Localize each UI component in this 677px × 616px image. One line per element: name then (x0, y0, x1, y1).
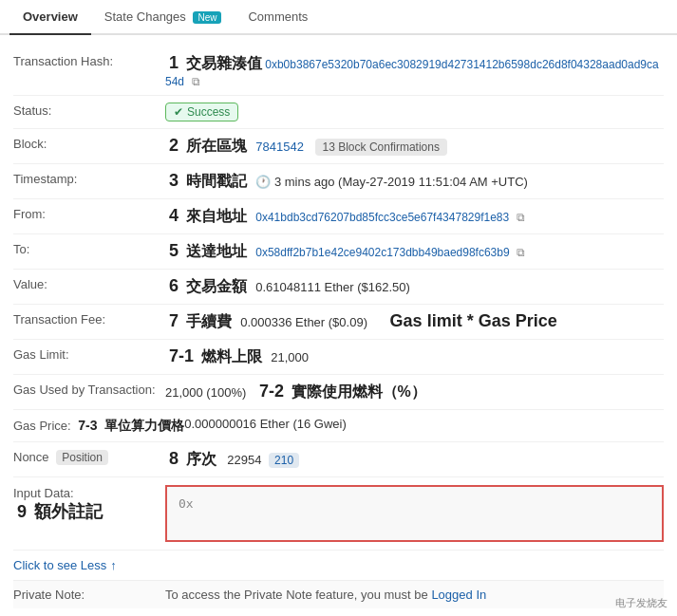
label-gas-limit: Gas Limit: (13, 346, 165, 362)
row-transaction-hash: Transaction Hash: 1 交易雜湊值 0xb0b3867e5320… (13, 47, 664, 96)
row-transaction-fee: Transaction Fee: 7 手續費 0.000336 Ether ($… (13, 305, 664, 340)
label-private-note: Private Note: (13, 588, 165, 602)
input-data-box: 0x (165, 485, 664, 542)
click-less-row: Click to see Less ↑ (13, 551, 664, 580)
value-timestamp: 3 時間戳記 🕐 3 mins ago (May-27-2019 11:51:0… (165, 171, 664, 192)
tab-overview[interactable]: Overview (9, 0, 91, 35)
row-value: Value: 6 交易金額 0.61048111 Ether ($162.50) (13, 270, 664, 305)
value-block: 2 所在區塊 7841542 13 Block Confirmations (165, 136, 664, 157)
tab-comments[interactable]: Comments (235, 0, 321, 33)
label-to: To: (13, 241, 165, 256)
tabs-bar: Overview State Changes New Comments (0, 0, 677, 35)
value-transaction-hash: 1 交易雜湊值 0xb0b3867e5320b70a6ec3082919d427… (165, 53, 664, 88)
click-less-link[interactable]: Click to see Less ↑ (13, 558, 664, 572)
label-gas-price: Gas Price: 7-3 單位算力價格 (13, 417, 184, 435)
block-confirmations: 13 Block Confirmations (315, 139, 447, 156)
to-address[interactable]: 0x58dff2b7b1e42ce9402c173dbb49baed98fc63… (255, 246, 509, 259)
row-nonce: Nonce Position 8 序次 22954 210 (13, 442, 664, 477)
gas-annotation: Gas limit * Gas Price (390, 311, 557, 330)
tab-state-changes[interactable]: State Changes New (91, 0, 235, 33)
label-nonce: Nonce Position (13, 449, 165, 465)
row-from: From: 4 來自地址 0x41bdb3cd76207bd85fcc3ce5e… (13, 199, 664, 234)
arrow-up-icon: ↑ (110, 558, 117, 572)
nonce-number: 22954 (227, 453, 261, 467)
row-gas-price: Gas Price: 7-3 單位算力價格 0.000000016 Ether … (13, 410, 664, 442)
clock-icon: 🕐 (255, 175, 271, 189)
position-tag[interactable]: Position (56, 450, 108, 465)
position-number: 210 (269, 453, 299, 468)
copy-from-icon[interactable]: ⧉ (517, 211, 525, 224)
value-from: 4 來自地址 0x41bdb3cd76207bd85fcc3ce5e67f434… (165, 206, 664, 227)
row-timestamp: Timestamp: 3 時間戳記 🕐 3 mins ago (May-27-2… (13, 164, 664, 199)
value-private-note: To access the Private Note feature, you … (165, 588, 486, 602)
check-icon: ✔ (174, 105, 183, 119)
label-status: Status: (13, 103, 165, 118)
copy-to-icon[interactable]: ⧉ (517, 246, 525, 259)
row-private-note: Private Note: To access the Private Note… (13, 580, 664, 608)
row-gas-limit: Gas Limit: 7-1 燃料上限 21,000 (13, 340, 664, 375)
copy-hash-icon[interactable]: ⧉ (192, 75, 200, 88)
label-timestamp: Timestamp: (13, 171, 165, 186)
value-input-data: 0x (165, 485, 664, 542)
row-block: Block: 2 所在區塊 7841542 13 Block Confirmat… (13, 129, 664, 164)
block-number[interactable]: 7841542 (255, 140, 304, 154)
watermark: 电子发烧友 (615, 596, 668, 610)
logged-in-link[interactable]: Logged In (431, 588, 486, 602)
row-gas-used: Gas Used by Transaction: 21,000 (100%) 7… (13, 375, 664, 410)
value-gas-price: 0.000000016 Ether (16 Gwei) (184, 417, 664, 431)
value-to: 5 送達地址 0x58dff2b7b1e42ce9402c173dbb49bae… (165, 241, 664, 262)
value-nonce: 8 序次 22954 210 (165, 449, 664, 470)
from-address[interactable]: 0x41bdb3cd76207bd85fcc3ce5e67f4347829f1e… (255, 211, 509, 224)
label-transaction-hash: Transaction Hash: (13, 53, 165, 68)
label-block: Block: (13, 136, 165, 151)
state-changes-badge: New (193, 11, 221, 24)
label-value: Value: (13, 276, 165, 291)
value-gas-used: 21,000 (100%) 7-2 實際使用燃料（%） (165, 382, 664, 402)
row-status: Status: ✔ Success (13, 96, 664, 129)
value-status: ✔ Success (165, 103, 664, 121)
main-content: Transaction Hash: 1 交易雜湊值 0xb0b3867e5320… (0, 35, 677, 616)
value-gas-limit: 7-1 燃料上限 21,000 (165, 346, 664, 367)
row-to: To: 5 送達地址 0x58dff2b7b1e42ce9402c173dbb4… (13, 234, 664, 270)
value-transaction-fee: 7 手續費 0.000336 Ether ($0.09) Gas limit *… (165, 311, 664, 332)
label-gas-used: Gas Used by Transaction: (13, 382, 165, 397)
label-input-data: Input Data: 9 額外註記 (13, 485, 165, 523)
label-from: From: (13, 206, 165, 221)
row-input-data: Input Data: 9 額外註記 0x (13, 477, 664, 551)
value-ether: 6 交易金額 0.61048111 Ether ($162.50) (165, 276, 664, 297)
label-transaction-fee: Transaction Fee: (13, 311, 165, 327)
status-badge: ✔ Success (165, 103, 238, 121)
